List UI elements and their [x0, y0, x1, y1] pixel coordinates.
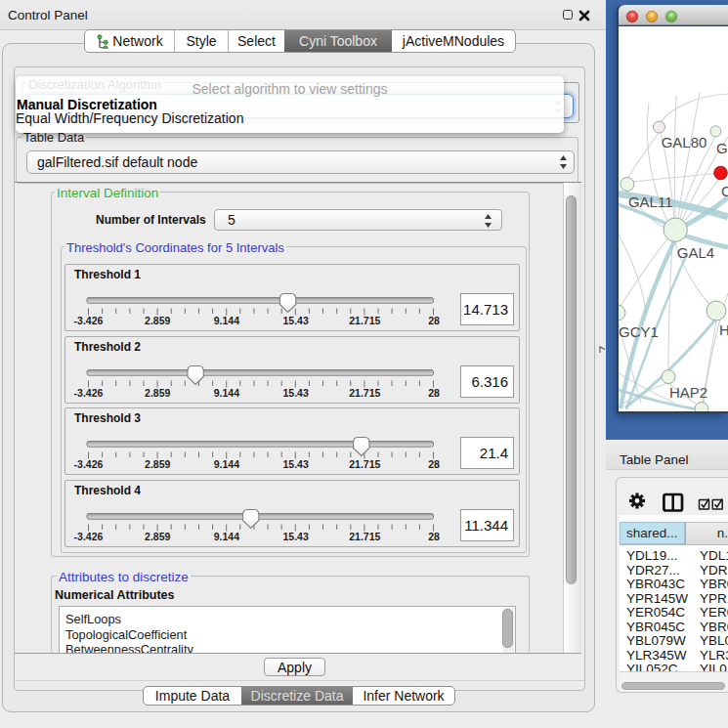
- svg-text:-3.426: -3.426: [74, 387, 104, 399]
- svg-text:28: 28: [428, 458, 440, 470]
- svg-text:15.43: 15.43: [282, 458, 308, 470]
- svg-text:-3.426: -3.426: [74, 458, 104, 470]
- svg-text:21.715: 21.715: [349, 387, 380, 399]
- svg-text:GAL11: GAL11: [628, 193, 673, 210]
- svg-text:-3.426: -3.426: [74, 531, 104, 542]
- svg-text:G.: G.: [716, 140, 728, 156]
- svg-text:H: H: [719, 321, 728, 338]
- svg-text:21.715: 21.715: [349, 531, 380, 542]
- svg-text:28: 28: [428, 315, 440, 326]
- svg-text:15.43: 15.43: [282, 387, 308, 399]
- svg-text:2.859: 2.859: [145, 531, 170, 542]
- svg-text:2.859: 2.859: [145, 458, 170, 470]
- svg-text:GCY1: GCY1: [619, 323, 659, 340]
- svg-text:9.144: 9.144: [214, 531, 239, 542]
- svg-text:21.715: 21.715: [349, 315, 380, 326]
- svg-text:2.859: 2.859: [145, 315, 170, 326]
- svg-text:GAL4: GAL4: [677, 244, 714, 261]
- svg-text:9.144: 9.144: [214, 315, 239, 326]
- svg-text:21.715: 21.715: [349, 458, 380, 470]
- svg-text:2.859: 2.859: [145, 387, 170, 399]
- svg-text:-3.426: -3.426: [74, 315, 104, 326]
- svg-text:15.43: 15.43: [282, 531, 308, 542]
- svg-text:GAL80: GAL80: [662, 134, 707, 150]
- svg-text:HAP2: HAP2: [669, 384, 707, 401]
- svg-text:C: C: [721, 183, 728, 199]
- svg-text:9.144: 9.144: [214, 387, 239, 399]
- svg-text:28: 28: [428, 531, 440, 542]
- svg-text:9.144: 9.144: [214, 458, 239, 470]
- svg-text:28: 28: [428, 387, 440, 399]
- svg-text:15.43: 15.43: [282, 315, 308, 326]
